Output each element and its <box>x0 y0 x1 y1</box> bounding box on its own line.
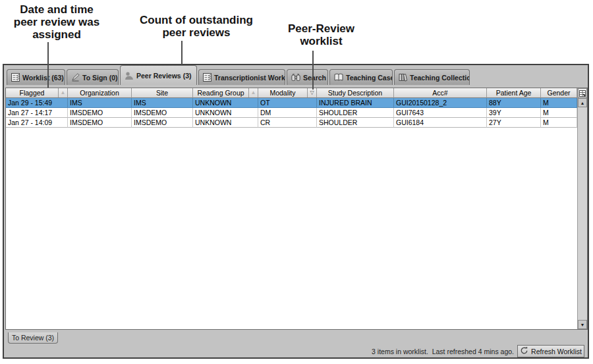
cell-acc-number: GUI6184 <box>394 118 487 128</box>
cell-reading-group: UNKNOWN <box>193 118 258 128</box>
tab-teaching-case[interactable]: Teaching Case <box>329 69 393 85</box>
callout-line-count <box>181 41 183 65</box>
tab-to-review[interactable]: To Review (3) <box>8 332 58 344</box>
tab-label: Search <box>303 74 326 82</box>
annotation-peer-review-worklist: Peer-Review worklist <box>267 22 376 47</box>
arrow-down-icon: ▼ <box>580 323 585 327</box>
cell-gender: M <box>541 108 577 118</box>
cell-organization: IMSDEMO <box>68 118 132 128</box>
column-header-modality[interactable]: Modality ▽ <box>258 88 317 98</box>
scroll-up-button[interactable]: ▲ <box>578 98 587 107</box>
cell-organization: IMSDEMO <box>68 108 132 118</box>
cell-site: IMSDEMO <box>132 118 193 128</box>
status-bar: 3 items in worklist. Last refreshed 4 mi… <box>4 344 588 357</box>
worklist-window: Worklist (63) To Sign (0) Peer Reviews (… <box>3 64 589 359</box>
table-header-row: Flagged ▲ Organization Site Reading Grou… <box>6 88 577 98</box>
scroll-down-button[interactable]: ▼ <box>578 320 587 329</box>
annotation-peer-review-count: Count of outstanding peer reviews <box>132 14 261 39</box>
tab-transcriptionist-worklist[interactable]: Transcriptionist Worklist <box>198 69 285 85</box>
column-header-study-description[interactable]: Study Description <box>317 88 394 98</box>
peer-reviews-icon <box>125 71 134 80</box>
books-icon <box>399 73 407 82</box>
annotation-flagged-column: Date and time peer review was assigned <box>0 3 113 41</box>
cell-modality: CR <box>258 118 317 128</box>
vertical-scrollbar[interactable]: ▲ ▼ <box>577 88 587 329</box>
column-header-organization[interactable]: Organization <box>68 88 132 98</box>
cell-study-description: INJURED BRAIN <box>317 98 394 108</box>
table-row[interactable]: Jan 27 - 14:09 IMSDEMO IMSDEMO UNKNOWN C… <box>6 118 577 128</box>
cell-flagged: Jan 29 - 15:49 <box>6 98 68 108</box>
cell-organization: IMS <box>68 98 132 108</box>
cell-flagged: Jan 27 - 14:17 <box>6 108 68 118</box>
column-header-site[interactable]: Site <box>132 88 193 98</box>
pencil-icon <box>71 73 80 82</box>
grid-icon <box>579 90 586 97</box>
table-row[interactable]: Jan 29 - 15:49 IMS IMS UNKNOWN OT INJURE… <box>6 98 577 108</box>
filter-icon[interactable]: ▽ <box>307 88 316 98</box>
cell-gender: M <box>541 98 577 108</box>
cell-patient-age: 39Y <box>487 108 541 118</box>
column-header-gender[interactable]: Gender <box>541 88 577 98</box>
column-chooser-button[interactable] <box>578 88 587 98</box>
column-header-patient-age[interactable]: Patient Age <box>487 88 541 98</box>
table-row[interactable]: Jan 27 - 14:17 IMSDEMO IMSDEMO UNKNOWN D… <box>6 108 577 118</box>
column-header-reading-group[interactable]: Reading Group ▲ <box>193 88 258 98</box>
column-header-flagged[interactable]: Flagged ▲ <box>6 88 68 98</box>
cell-modality: OT <box>258 98 317 108</box>
cell-patient-age: 88Y <box>487 98 541 108</box>
cell-study-description: SHOULDER <box>317 118 394 128</box>
tab-label: Teaching Collection <box>410 74 470 82</box>
column-header-acc-number[interactable]: Acc# <box>394 88 487 98</box>
tab-label: Worklist (63) <box>22 74 64 82</box>
tab-label: To Sign (0) <box>82 74 117 82</box>
cell-site: IMSDEMO <box>132 108 193 118</box>
cell-site: IMS <box>132 98 193 108</box>
cell-gender: M <box>541 118 577 128</box>
screenshot-page: Date and time peer review was assigned C… <box>0 0 593 364</box>
cell-flagged: Jan 27 - 14:09 <box>6 118 68 128</box>
sort-ascending-icon[interactable]: ▲ <box>58 88 67 98</box>
checklist-icon <box>11 73 20 82</box>
tab-search[interactable]: Search <box>287 69 328 85</box>
worklist-status-text: 3 items in worklist. Last refreshed 4 mi… <box>372 348 514 355</box>
open-book-icon <box>334 73 343 82</box>
tab-label: To Review (3) <box>12 334 54 342</box>
cell-reading-group: UNKNOWN <box>193 98 258 108</box>
tab-worklist[interactable]: Worklist (63) <box>7 69 65 85</box>
tab-teaching-collection[interactable]: Teaching Collection <box>394 69 470 85</box>
cell-study-description: SHOULDER <box>317 108 394 118</box>
checklist-icon <box>203 73 212 82</box>
cell-acc-number: GUI7643 <box>394 108 487 118</box>
peer-review-worklist-table: Flagged ▲ Organization Site Reading Grou… <box>5 88 588 330</box>
refresh-worklist-button[interactable]: Refresh Worklist <box>517 345 584 357</box>
binoculars-icon <box>291 73 300 82</box>
cell-reading-group: UNKNOWN <box>193 108 258 118</box>
cell-patient-age: 27Y <box>487 118 541 128</box>
sort-ascending-icon[interactable]: ▲ <box>248 88 258 98</box>
tab-to-sign[interactable]: To Sign (0) <box>67 69 119 85</box>
cell-modality: DM <box>258 108 317 118</box>
tab-peer-reviews[interactable]: Peer Reviews (3) <box>120 65 197 85</box>
button-label: Refresh Worklist <box>531 348 582 355</box>
callout-line-flagged <box>47 42 49 88</box>
cell-acc-number: GUI20150128_2 <box>394 98 487 108</box>
tab-label: Peer Reviews (3) <box>136 72 191 80</box>
refresh-icon <box>520 346 528 356</box>
arrow-up-icon: ▲ <box>580 101 585 105</box>
tab-label: Transcriptionist Worklist <box>214 74 285 82</box>
callout-line-worklist <box>312 51 314 90</box>
tab-label: Teaching Case <box>346 74 393 82</box>
